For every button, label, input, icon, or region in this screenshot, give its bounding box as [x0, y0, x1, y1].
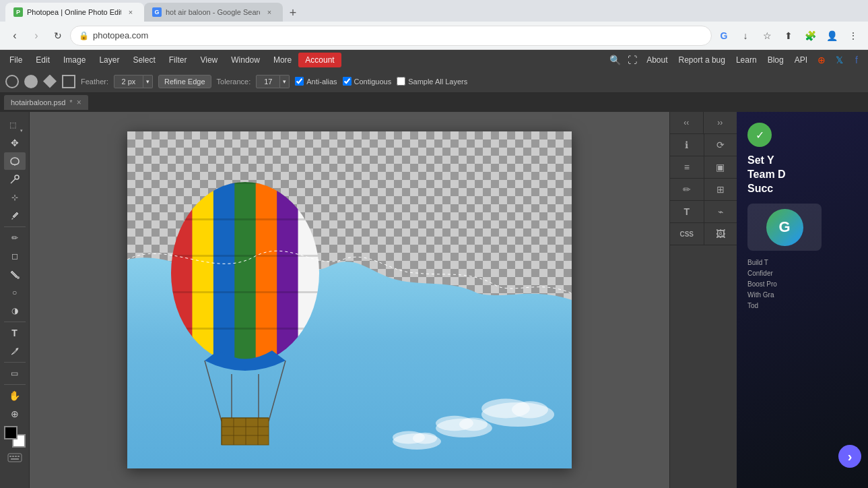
- properties-icon[interactable]: ≡: [670, 156, 704, 178]
- contiguous-label[interactable]: Contiguous: [343, 77, 392, 86]
- wand-shape1[interactable]: [5, 75, 19, 88]
- ad-logo-container: G: [747, 204, 822, 251]
- tool-eraser[interactable]: ◻: [4, 247, 26, 265]
- menu-about[interactable]: About: [641, 53, 673, 67]
- image-preview-icon[interactable]: 🖼: [704, 223, 737, 245]
- wand-shape4[interactable]: [62, 75, 75, 88]
- tolerance-dropdown[interactable]: ▾: [280, 75, 290, 88]
- address-bar[interactable]: 🔒 photopea.com: [70, 26, 712, 46]
- reddit-icon[interactable]: ⊕: [813, 51, 830, 69]
- file-tab-modified: *: [69, 98, 72, 106]
- feather-input[interactable]: [114, 75, 143, 88]
- twitter-icon[interactable]: 𝕏: [830, 51, 848, 69]
- back-button[interactable]: ‹: [5, 26, 24, 45]
- address-text: photopea.com: [93, 30, 148, 40]
- file-tabs-bar: hotairbaloon.psd * ×: [0, 93, 868, 112]
- tool-brush[interactable]: ✏: [4, 229, 26, 247]
- panel-info[interactable]: ℹ ⟳: [670, 134, 737, 156]
- menu-view[interactable]: View: [193, 53, 224, 67]
- menu-window[interactable]: Window: [224, 53, 267, 67]
- tool-zoom[interactable]: ⊕: [4, 405, 26, 423]
- wand-shape2[interactable]: [24, 75, 38, 88]
- svg-point-3: [15, 348, 18, 350]
- forward-button[interactable]: ›: [27, 26, 46, 45]
- menu-button[interactable]: ⋮: [844, 26, 863, 45]
- main-area: ⬚ ▾ ✥ ⊹ ✏ ◻ ○ ◑ T ▭ ✋ ⊕: [0, 112, 868, 488]
- left-toolbar: ⬚ ▾ ✥ ⊹ ✏ ◻ ○ ◑ T ▭ ✋ ⊕: [0, 112, 30, 488]
- browser-nav-bar: ‹ › ↻ 🔒 photopea.com G ↓ ☆ ⬆ 🧩 👤 ⋮: [0, 22, 868, 50]
- menu-report[interactable]: Report a bug: [673, 53, 731, 67]
- menu-edit[interactable]: Edit: [29, 53, 57, 67]
- panel-expand-left[interactable]: ‹‹: [670, 112, 704, 133]
- menu-layer[interactable]: Layer: [92, 53, 126, 67]
- menu-select[interactable]: Select: [126, 53, 162, 67]
- bookmarks-button[interactable]: ☆: [758, 26, 776, 45]
- menu-api[interactable]: API: [789, 53, 813, 67]
- facebook-icon[interactable]: f: [848, 51, 865, 69]
- menu-learn[interactable]: Learn: [731, 53, 762, 67]
- tool-eyedropper[interactable]: [4, 207, 26, 224]
- file-tab-close[interactable]: ×: [77, 98, 81, 107]
- tolerance-input[interactable]: [256, 75, 280, 88]
- file-tab-hotairbaloon[interactable]: hotairbaloon.psd * ×: [4, 95, 88, 110]
- tool-text[interactable]: T: [4, 324, 26, 342]
- sample-all-label[interactable]: Sample All Layers: [397, 77, 467, 86]
- tool-smudge[interactable]: ○: [4, 284, 26, 301]
- download-button[interactable]: ↓: [736, 26, 755, 45]
- tool-lasso[interactable]: [4, 152, 26, 170]
- main-canvas[interactable]: [127, 131, 572, 468]
- css-icon[interactable]: CSS: [670, 223, 704, 245]
- ad-arrow-button[interactable]: ›: [838, 445, 861, 468]
- menu-more[interactable]: More: [267, 53, 298, 67]
- tool-crop[interactable]: ⊹: [4, 189, 26, 206]
- menu-image[interactable]: Image: [57, 53, 92, 67]
- extensions-button[interactable]: 🧩: [801, 26, 820, 45]
- favicon-google: G: [152, 7, 162, 17]
- layers-preview-icon[interactable]: ▣: [704, 156, 737, 178]
- tool-dodge[interactable]: ◑: [4, 302, 26, 319]
- tab-close-photopea[interactable]: ×: [125, 7, 136, 18]
- history-icon[interactable]: ⟳: [704, 134, 737, 156]
- brush-settings-icon[interactable]: ✏: [670, 179, 704, 200]
- text-tool-icon[interactable]: T: [670, 201, 704, 222]
- tool-paint-bucket[interactable]: [4, 266, 26, 283]
- menu-blog[interactable]: Blog: [762, 53, 789, 67]
- tool-pen[interactable]: [4, 342, 26, 360]
- tool-marquee-options[interactable]: ▾: [20, 116, 23, 133]
- anti-alias-label[interactable]: Anti-alias: [295, 77, 337, 86]
- google-shortcut[interactable]: G: [714, 26, 733, 45]
- anti-alias-checkbox[interactable]: [295, 77, 304, 86]
- share-button[interactable]: ⬆: [779, 26, 798, 45]
- tab-google[interactable]: G hot air baloon - Google Search ×: [144, 3, 283, 22]
- tool-marquee[interactable]: ⬚: [6, 116, 20, 133]
- layers-icon[interactable]: ⊞: [704, 179, 737, 200]
- tab-photopea[interactable]: P Photopea | Online Photo Editor ×: [5, 3, 144, 22]
- new-tab-button[interactable]: +: [284, 4, 302, 22]
- tool-hand[interactable]: ✋: [4, 387, 26, 404]
- keyboard-icon[interactable]: [4, 451, 26, 464]
- info-icon[interactable]: ℹ: [670, 134, 704, 156]
- panel-expand-right[interactable]: ››: [704, 112, 737, 133]
- svg-rect-5: [9, 456, 11, 457]
- wand-shape3[interactable]: [43, 75, 57, 88]
- sample-all-checkbox[interactable]: [397, 77, 405, 86]
- menu-fullscreen-icon[interactable]: ⛶: [624, 51, 641, 69]
- ad-logo: G: [766, 209, 803, 246]
- refine-edge-button[interactable]: Refine Edge: [158, 75, 211, 88]
- menu-file[interactable]: File: [3, 53, 29, 67]
- pen-tool-panel-icon[interactable]: ⌁: [704, 201, 737, 222]
- tab-close-google[interactable]: ×: [264, 7, 275, 18]
- contiguous-checkbox[interactable]: [343, 77, 352, 86]
- tool-shape[interactable]: ▭: [4, 365, 26, 382]
- svg-line-0: [11, 179, 15, 183]
- foreground-color[interactable]: [4, 426, 18, 439]
- tool-wand[interactable]: [4, 171, 26, 188]
- menu-filter[interactable]: Filter: [162, 53, 194, 67]
- feather-input-group: ▾: [114, 75, 153, 88]
- feather-dropdown[interactable]: ▾: [143, 75, 153, 88]
- menu-account[interactable]: Account: [298, 53, 341, 67]
- profile-button[interactable]: 👤: [822, 26, 841, 45]
- menu-search-icon[interactable]: 🔍: [606, 51, 624, 69]
- refresh-button[interactable]: ↻: [48, 26, 67, 45]
- tool-move[interactable]: ✥: [4, 134, 26, 152]
